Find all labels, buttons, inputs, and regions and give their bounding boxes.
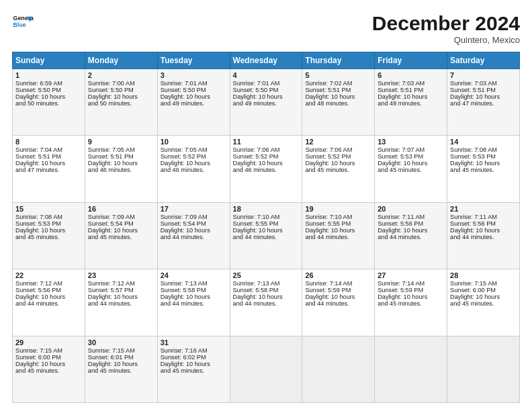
sunset-text: Sunset: 6:01 PM [88, 354, 134, 361]
daylight-text: Daylight: 10 hoursand 45 minutes. [378, 293, 427, 307]
calendar-cell: 22Sunrise: 7:12 AMSunset: 5:56 PMDayligh… [13, 269, 85, 336]
calendar-cell: 1Sunrise: 6:59 AMSunset: 5:50 PMDaylight… [13, 69, 85, 136]
sunset-text: Sunset: 5:59 PM [378, 287, 423, 293]
sunset-text: Sunset: 5:52 PM [233, 153, 279, 160]
daylight-text: Daylight: 10 hoursand 44 minutes. [233, 293, 283, 307]
sunrise-text: Sunrise: 7:14 AM [378, 280, 425, 287]
sunset-text: Sunset: 5:54 PM [88, 220, 134, 227]
svg-text:Blue: Blue [13, 21, 26, 28]
calendar-cell [230, 336, 302, 402]
calendar-cell: 15Sunrise: 7:08 AMSunset: 5:53 PMDayligh… [13, 202, 85, 269]
sunrise-text: Sunrise: 7:14 AM [305, 280, 352, 287]
sunrise-text: Sunrise: 7:01 AM [161, 80, 208, 87]
calendar-cell: 16Sunrise: 7:09 AMSunset: 5:54 PMDayligh… [85, 202, 157, 269]
location: Quintero, Mexico [372, 35, 520, 45]
sunset-text: Sunset: 5:58 PM [161, 287, 206, 293]
calendar-cell: 31Sunrise: 7:16 AMSunset: 6:02 PMDayligh… [157, 336, 230, 402]
sunset-text: Sunset: 6:02 PM [161, 354, 206, 361]
daylight-text: Daylight: 10 hoursand 50 minutes. [88, 93, 138, 107]
calendar-cell: 3Sunrise: 7:01 AMSunset: 5:50 PMDaylight… [157, 69, 230, 136]
daylight-text: Daylight: 10 hoursand 45 minutes. [88, 361, 138, 374]
calendar-week-row: 8Sunrise: 7:04 AMSunset: 5:51 PMDaylight… [13, 136, 520, 202]
sunrise-text: Sunrise: 7:07 AM [378, 146, 425, 153]
calendar-table: Sunday Monday Tuesday Wednesday Thursday… [12, 52, 520, 403]
day-number: 28 [450, 271, 517, 279]
sunset-text: Sunset: 5:51 PM [378, 87, 423, 93]
sunrise-text: Sunrise: 7:13 AM [233, 280, 280, 287]
sunrise-text: Sunrise: 7:08 AM [450, 146, 497, 153]
daylight-text: Daylight: 10 hoursand 44 minutes. [378, 227, 427, 240]
calendar-cell: 27Sunrise: 7:14 AMSunset: 5:59 PMDayligh… [375, 269, 447, 336]
sunset-text: Sunset: 5:50 PM [161, 87, 206, 93]
calendar-cell: 11Sunrise: 7:06 AMSunset: 5:52 PMDayligh… [230, 136, 302, 202]
day-number: 1 [15, 71, 82, 79]
calendar-page: General Blue December 2024 Quintero, Mex… [0, 0, 532, 411]
sunset-text: Sunset: 5:50 PM [88, 87, 134, 93]
day-number: 12 [305, 138, 371, 146]
daylight-text: Daylight: 10 hoursand 45 minutes. [161, 361, 210, 374]
daylight-text: Daylight: 10 hoursand 44 minutes. [450, 227, 500, 240]
day-number: 5 [305, 71, 371, 79]
day-number: 30 [88, 338, 154, 347]
sunrise-text: Sunrise: 7:06 AM [233, 146, 280, 153]
daylight-text: Daylight: 10 hoursand 48 minutes. [305, 93, 355, 107]
sunrise-text: Sunrise: 7:11 AM [450, 214, 497, 220]
daylight-text: Daylight: 10 hoursand 44 minutes. [233, 227, 283, 240]
day-number: 18 [233, 205, 300, 213]
daylight-text: Daylight: 10 hoursand 46 minutes. [88, 160, 138, 173]
sunrise-text: Sunrise: 7:15 AM [15, 347, 62, 354]
sunset-text: Sunset: 5:54 PM [161, 220, 206, 227]
sunset-text: Sunset: 5:53 PM [378, 153, 423, 160]
sunset-text: Sunset: 5:51 PM [15, 153, 61, 160]
sunrise-text: Sunrise: 7:13 AM [161, 280, 208, 287]
sunrise-text: Sunrise: 7:01 AM [233, 80, 280, 87]
calendar-cell: 8Sunrise: 7:04 AMSunset: 5:51 PMDaylight… [13, 136, 85, 202]
calendar-cell: 21Sunrise: 7:11 AMSunset: 5:56 PMDayligh… [447, 202, 520, 269]
calendar-week-row: 15Sunrise: 7:08 AMSunset: 5:53 PMDayligh… [13, 202, 520, 269]
daylight-text: Daylight: 10 hoursand 49 minutes. [233, 93, 283, 107]
day-number: 29 [15, 338, 82, 347]
sunrise-text: Sunrise: 7:09 AM [161, 214, 208, 220]
logo-icon: General Blue [12, 12, 34, 31]
day-number: 11 [233, 138, 300, 146]
calendar-cell: 7Sunrise: 7:03 AMSunset: 5:51 PMDaylight… [447, 69, 520, 136]
sunset-text: Sunset: 5:56 PM [378, 220, 423, 227]
sunset-text: Sunset: 5:51 PM [450, 87, 496, 93]
calendar-cell [302, 336, 375, 402]
daylight-text: Daylight: 10 hoursand 47 minutes. [15, 160, 65, 173]
sunrise-text: Sunrise: 7:09 AM [88, 214, 135, 220]
calendar-cell: 25Sunrise: 7:13 AMSunset: 5:58 PMDayligh… [230, 269, 302, 336]
day-number: 17 [161, 205, 227, 213]
sunrise-text: Sunrise: 7:00 AM [88, 80, 135, 87]
calendar-week-row: 29Sunrise: 7:15 AMSunset: 6:00 PMDayligh… [13, 336, 520, 402]
sunset-text: Sunset: 5:50 PM [15, 87, 61, 93]
day-number: 22 [15, 271, 82, 279]
sunset-text: Sunset: 5:51 PM [88, 153, 134, 160]
header-thursday: Thursday [302, 52, 375, 69]
daylight-text: Daylight: 10 hoursand 48 minutes. [378, 93, 427, 107]
day-number: 2 [88, 71, 154, 79]
daylight-text: Daylight: 10 hoursand 44 minutes. [305, 227, 355, 240]
calendar-cell [447, 336, 520, 402]
sunset-text: Sunset: 6:00 PM [15, 354, 61, 361]
calendar-cell: 4Sunrise: 7:01 AMSunset: 5:50 PMDaylight… [230, 69, 302, 136]
sunrise-text: Sunrise: 7:16 AM [161, 347, 208, 354]
sunrise-text: Sunrise: 7:11 AM [378, 214, 425, 220]
sunrise-text: Sunrise: 7:15 AM [450, 280, 497, 287]
sunrise-text: Sunrise: 7:12 AM [15, 280, 62, 287]
calendar-cell: 30Sunrise: 7:15 AMSunset: 6:01 PMDayligh… [85, 336, 157, 402]
daylight-text: Daylight: 10 hoursand 45 minutes. [305, 160, 355, 173]
sunset-text: Sunset: 5:59 PM [305, 287, 351, 293]
sunset-text: Sunset: 5:50 PM [233, 87, 279, 93]
calendar-cell: 24Sunrise: 7:13 AMSunset: 5:58 PMDayligh… [157, 269, 230, 336]
daylight-text: Daylight: 10 hoursand 49 minutes. [161, 93, 210, 107]
header-friday: Friday [375, 52, 447, 69]
sunrise-text: Sunrise: 6:59 AM [15, 80, 62, 87]
sunset-text: Sunset: 5:56 PM [450, 220, 496, 227]
sunrise-text: Sunrise: 7:03 AM [450, 80, 497, 87]
day-number: 31 [161, 338, 227, 347]
calendar-cell: 6Sunrise: 7:03 AMSunset: 5:51 PMDaylight… [375, 69, 447, 136]
sunrise-text: Sunrise: 7:12 AM [88, 280, 135, 287]
header-tuesday: Tuesday [157, 52, 230, 69]
day-number: 13 [378, 138, 444, 146]
